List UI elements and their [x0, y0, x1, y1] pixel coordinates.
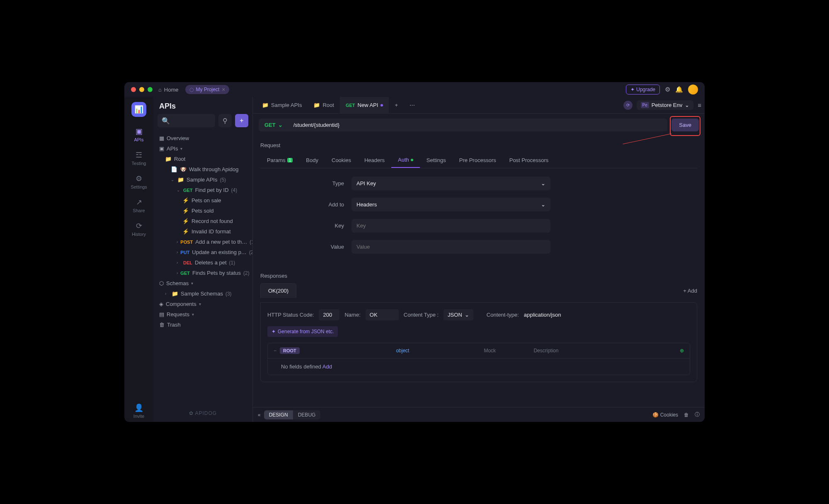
mode-toggle: DESIGN DEBUG [264, 410, 321, 419]
rail-share[interactable]: ↗Share [126, 194, 151, 216]
tree-schemas[interactable]: ⬡Schemas▾ [153, 278, 252, 288]
req-tab-body[interactable]: Body [299, 153, 325, 168]
tree-pets-sale[interactable]: ⚡Pets on sale [153, 195, 252, 206]
tree-invalid-id[interactable]: ⚡Invalid ID format [153, 226, 252, 237]
filter-button[interactable]: ⚲ [218, 114, 232, 127]
method-select[interactable]: GET⌄ [259, 119, 288, 131]
requests-label: Requests [167, 311, 189, 317]
more-icon: ⋯ [410, 102, 415, 108]
tab-new-api[interactable]: GETNew API [340, 97, 389, 113]
tree-requests[interactable]: ▤Requests▾ [153, 309, 252, 320]
key-row: Key [260, 219, 697, 233]
app-logo[interactable]: 📊 [131, 102, 146, 117]
tree-components[interactable]: ◈Components▾ [153, 299, 252, 309]
req-tab-post[interactable]: Post Processors [503, 153, 555, 168]
trash-icon[interactable]: 🗑 [684, 412, 689, 418]
project-name: My Project [196, 87, 220, 92]
rail-invite[interactable]: 👤Invite [126, 400, 151, 422]
add-field-button[interactable]: ⊕ [680, 348, 684, 354]
req-tab-pre[interactable]: Pre Processors [453, 153, 503, 168]
type-value: API Key [356, 180, 376, 187]
req-tab-settings[interactable]: Settings [420, 153, 453, 168]
menu-icon[interactable]: ≡ [698, 102, 701, 109]
tab-new-api-label: New API [358, 102, 378, 108]
tree-sample-schemas[interactable]: ›📁Sample Schemas(3) [153, 288, 252, 299]
cookies-button[interactable]: 🍪 Cookies [652, 412, 678, 418]
addto-select[interactable]: Headers⌄ [351, 198, 550, 211]
tab-more[interactable]: ⋯ [404, 97, 421, 113]
content-type-select[interactable]: JSON⌄ [444, 309, 473, 320]
url-input[interactable] [288, 119, 668, 131]
refresh-button[interactable]: ⟳ [623, 101, 633, 110]
add-field-link[interactable]: Add [322, 363, 332, 370]
tree-record-nf[interactable]: ⚡Record not found [153, 216, 252, 226]
home-button[interactable]: ⌂ Home [158, 87, 179, 93]
schema-box: − ROOT object Mock Description ⊕ No fiel… [267, 343, 690, 375]
tree-add-pet[interactable]: ›POSTAdd a new pet to th…(1) [153, 237, 252, 247]
search-icon: 🔍 [162, 117, 170, 125]
save-button[interactable]: Save [671, 119, 699, 131]
upgrade-label: Upgrade [636, 87, 655, 92]
req-tab-headers[interactable]: Headers [358, 153, 391, 168]
mode-debug[interactable]: DEBUG [293, 410, 321, 419]
mode-design[interactable]: DESIGN [264, 410, 293, 419]
tree-find-pet[interactable]: ⌄GETFind pet by ID(4) [153, 185, 252, 195]
rail-testing[interactable]: ☲Testing [126, 147, 151, 169]
response-meta-row: HTTP Status Code: Name: Content Type : J… [267, 309, 690, 320]
tree-overview[interactable]: ▦Overview [153, 133, 252, 143]
tab-sample-apis[interactable]: 📁Sample APIs [256, 97, 308, 113]
add-button[interactable]: + [235, 114, 248, 127]
req-tab-cookies[interactable]: Cookies [325, 153, 358, 168]
rail-apis[interactable]: ▣APIs [126, 124, 151, 145]
avatar[interactable] [688, 85, 698, 94]
collapse-sidebar-button[interactable]: « [258, 412, 261, 418]
addto-value: Headers [356, 201, 377, 208]
help-icon[interactable]: ⓘ [695, 411, 700, 418]
tree-pets-sold[interactable]: ⚡Pets sold [153, 206, 252, 216]
tab-root[interactable]: 📁Root [308, 97, 339, 113]
rail-settings[interactable]: ⚙Settings [126, 171, 151, 193]
status-code-input[interactable] [319, 309, 339, 320]
tree-trash[interactable]: 🗑Trash [153, 320, 252, 330]
tree-finds-status[interactable]: ›GETFinds Pets by status(2) [153, 268, 252, 278]
share-icon: ↗ [136, 198, 142, 207]
response-tab-ok[interactable]: OK(200) [260, 283, 296, 298]
gear-icon[interactable]: ⚙ [665, 86, 670, 93]
components-icon: ◈ [159, 301, 163, 307]
request-tabs: Params1 Body Cookies Headers Auth Settin… [260, 153, 697, 168]
main-panel: 📁Sample APIs 📁Root GETNew API + ⋯ ⟳ PePe… [253, 97, 705, 422]
tree-root[interactable]: 📁Root [153, 154, 252, 164]
req-tab-params[interactable]: Params1 [260, 153, 299, 168]
close-icon[interactable]: × [222, 86, 225, 93]
collapse-icon[interactable]: − [274, 348, 276, 354]
key-input[interactable] [351, 219, 550, 233]
close-window-button[interactable] [131, 87, 136, 92]
search-input[interactable]: 🔍 [158, 114, 215, 127]
upgrade-button[interactable]: ✦ Upgrade [626, 85, 660, 94]
folder-icon: 📁 [262, 102, 269, 108]
add-response-button[interactable]: + Add [683, 288, 697, 294]
tab-add[interactable]: + [389, 97, 404, 113]
responses-section-label: Responses [260, 273, 697, 279]
response-name-input[interactable] [366, 309, 399, 320]
tree-update-pet[interactable]: ›PUTUpdate an existing p…(2) [153, 247, 252, 257]
environment-select[interactable]: PePetstore Env⌄ [637, 100, 694, 110]
project-pill[interactable]: ◌ My Project × [185, 85, 230, 94]
type-select[interactable]: API Key⌄ [351, 177, 550, 190]
generate-json-button[interactable]: ✦Generate from JSON etc. [267, 326, 338, 337]
tree-apis-section[interactable]: ▣APIs▾ [153, 143, 252, 154]
type-label: Type [260, 180, 351, 187]
history-icon: ⟳ [136, 221, 142, 230]
maximize-window-button[interactable] [148, 87, 153, 92]
bell-icon[interactable]: 🔔 [675, 86, 683, 93]
rail-history[interactable]: ⟳History [126, 218, 151, 240]
tree-sample-apis[interactable]: ⌄📁Sample APIs(5) [153, 174, 252, 185]
apis-section-label: APIs [167, 145, 178, 152]
tree-delete-pet[interactable]: ›DELDeletes a pet(1) [153, 257, 252, 268]
req-tab-auth[interactable]: Auth [391, 153, 420, 168]
key-label: Key [260, 223, 351, 229]
minimize-window-button[interactable] [139, 87, 144, 92]
tree-walkthrough[interactable]: 📄🐶Walk through Apidog [153, 164, 252, 174]
add-response-label: Add [688, 288, 697, 294]
value-input[interactable] [351, 240, 550, 254]
